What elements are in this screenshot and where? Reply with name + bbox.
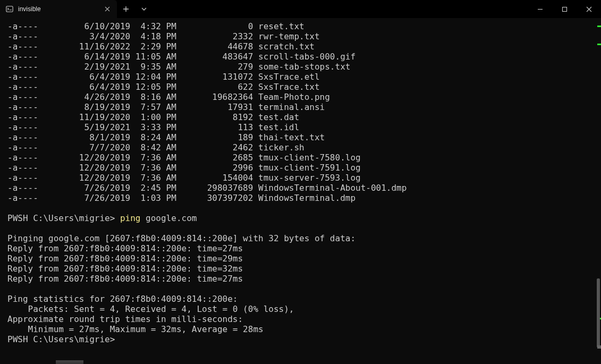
command-name: ping: [120, 213, 141, 223]
file-row: -a---- 4/26/2019 8:16 AM 19682364 Team-P…: [7, 92, 601, 102]
ping-rtt-header: Approximate round trip times in milli-se…: [7, 314, 601, 324]
file-row: -a---- 7/26/2019 1:03 PM 307397202 Windo…: [7, 193, 601, 203]
file-row: -a---- 2/19/2021 9:35 AM 279 some-tab-st…: [7, 62, 601, 72]
file-row: -a---- 7/7/2020 8:42 AM 2462 ticker.sh: [7, 142, 601, 153]
svg-rect-1: [562, 7, 566, 11]
maximize-button[interactable]: [552, 0, 577, 18]
file-row: -a---- 5/19/2021 3:33 PM 113 test.idl: [7, 122, 601, 132]
file-row: -a---- 3/4/2020 4:18 PM 2332 rwr-temp.tx…: [7, 31, 601, 41]
tab-dropdown-button[interactable]: [135, 0, 153, 18]
prompt-line: PWSH C:\Users\migrie> ping google.com: [7, 213, 601, 223]
svg-rect-0: [6, 6, 13, 12]
scrollbar-track[interactable]: [594, 18, 601, 364]
file-row: -a---- 11/16/2022 2:29 PM 44678 scratch.…: [7, 41, 601, 52]
ping-reply: Reply from 2607:f8b0:4009:814::200e: tim…: [7, 274, 601, 284]
file-row: -a---- 12/20/2019 7:36 AM 154004 tmux-se…: [7, 173, 601, 183]
tab-active[interactable]: invisible: [0, 0, 117, 18]
ping-packets: Packets: Sent = 4, Received = 4, Lost = …: [7, 304, 601, 314]
file-row: -a---- 12/20/2019 7:36 AM 2996 tmux-clie…: [7, 163, 601, 173]
scroll-mark: [597, 44, 601, 45]
blank-line: [7, 223, 601, 233]
scrollbar-thumb[interactable]: [597, 278, 600, 348]
file-row: -a---- 12/20/2019 7:36 AM 2685 tmux-clie…: [7, 153, 601, 163]
tab-title: invisible: [18, 5, 99, 13]
close-button[interactable]: [577, 0, 601, 18]
file-row: -a---- 8/19/2019 7:57 AM 17931 terminal.…: [7, 102, 601, 112]
ping-reply: Reply from 2607:f8b0:4009:814::200e: tim…: [7, 243, 601, 253]
ping-header: Pinging google.com [2607:f8b0:4009:814::…: [7, 233, 601, 243]
ping-stats-header: Ping statistics for 2607:f8b0:4009:814::…: [7, 294, 601, 304]
file-row: -a---- 8/1/2019 8:24 AM 189 thai-text.tx…: [7, 132, 601, 142]
blank-line: [7, 203, 601, 213]
tab-close-button[interactable]: [103, 5, 112, 13]
minimize-button[interactable]: [528, 0, 552, 18]
terminal-output[interactable]: -a---- 6/10/2019 4:32 PM 0 reset.txt-a--…: [0, 18, 601, 364]
ping-rtt: Minimum = 27ms, Maximum = 32ms, Average …: [7, 324, 601, 334]
terminal-icon: [5, 5, 14, 13]
taskbar-peek: [56, 360, 83, 364]
new-tab-button[interactable]: [117, 0, 135, 18]
titlebar: invisible: [0, 0, 601, 18]
file-row: -a---- 6/14/2019 11:05 AM 483647 scroll-…: [7, 52, 601, 62]
titlebar-drag-area[interactable]: [153, 0, 528, 18]
file-row: -a---- 6/4/2019 12:04 PM 131072 SxsTrace…: [7, 72, 601, 82]
scroll-mark: [597, 26, 601, 27]
file-row: -a---- 6/10/2019 4:32 PM 0 reset.txt: [7, 21, 601, 31]
ping-reply: Reply from 2607:f8b0:4009:814::200e: tim…: [7, 264, 601, 274]
scroll-mark: [597, 345, 601, 349]
file-row: -a---- 11/19/2020 1:00 PM 8192 test.dat: [7, 112, 601, 122]
blank-line: [7, 284, 601, 294]
ping-reply: Reply from 2607:f8b0:4009:814::200e: tim…: [7, 253, 601, 264]
window-controls: [528, 0, 601, 18]
file-row: -a---- 7/26/2019 2:45 PM 298037689 Windo…: [7, 183, 601, 193]
prompt-line: PWSH C:\Users\migrie>: [7, 334, 601, 344]
file-row: -a---- 6/4/2019 12:05 PM 622 SxsTrace.tx…: [7, 82, 601, 92]
